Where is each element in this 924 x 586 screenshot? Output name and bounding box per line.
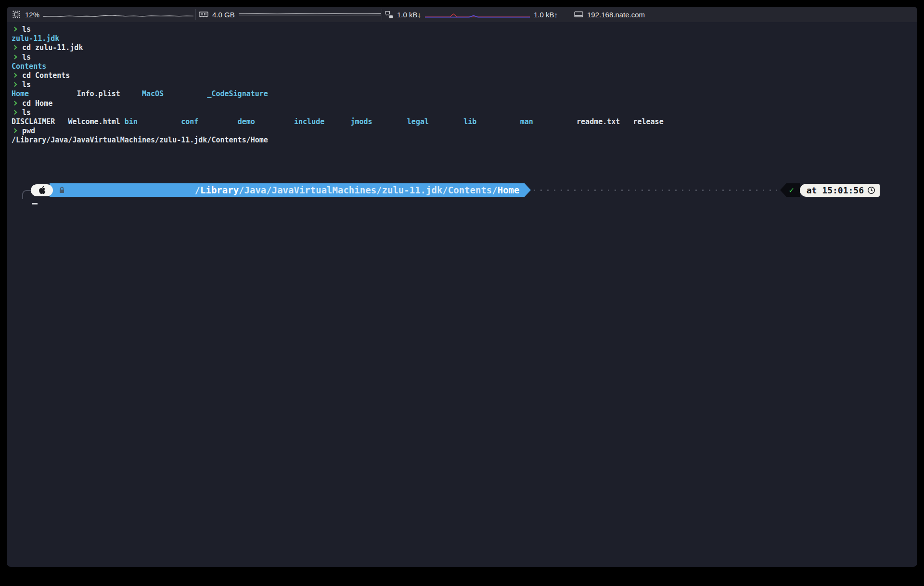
- cpu-value: 12%: [25, 11, 39, 19]
- terminal-line: pwd: [12, 127, 912, 136]
- terminal-text: man: [520, 117, 577, 126]
- terminal-line: cd Home: [12, 99, 912, 108]
- path-current-segment: Home: [498, 185, 520, 195]
- terminal-text: demo: [238, 117, 294, 126]
- memory-value: 4.0 GB: [212, 11, 235, 19]
- prompt-area: /Library/Java/JavaVirtualMachines/zulu-1…: [12, 183, 912, 209]
- terminal-line: /Library/Java/JavaVirtualMachines/zulu-1…: [12, 136, 912, 145]
- exit-status-segment: ✓: [786, 183, 800, 197]
- terminal-line: zulu-11.jdk: [12, 34, 912, 43]
- network-icon: [385, 11, 393, 19]
- memory-status: 4.0 GB: [199, 7, 379, 22]
- terminal-text: cd Home: [22, 99, 52, 108]
- cpu-chip-icon: [12, 10, 21, 19]
- prompt-chevron-icon: [13, 27, 17, 32]
- terminal-text: ls: [22, 53, 31, 62]
- memory-icon: [199, 11, 208, 18]
- terminal-text: /Library/Java/JavaVirtualMachines/zulu-1…: [12, 136, 268, 144]
- terminal-text: ls: [22, 25, 31, 34]
- terminal-line: Contents: [12, 62, 912, 71]
- terminal-line: DISCLAIMER Welcome.html bin conf demo in…: [12, 117, 912, 127]
- check-icon: ✓: [789, 186, 794, 195]
- terminal-text: bin: [125, 117, 181, 126]
- terminal-text: Contents: [12, 62, 46, 71]
- time-label: at 15:01:56: [807, 186, 864, 195]
- prompt-input-line[interactable]: [12, 197, 912, 209]
- path-root-segment: Library: [200, 185, 239, 195]
- terminal-text: cd zulu-11.jdk: [22, 43, 83, 52]
- current-path-segment: /Library/Java/JavaVirtualMachines/zulu-1…: [50, 183, 525, 197]
- terminal-screen[interactable]: lszulu-11.jdkcd zulu-11.jdklsContentscd …: [7, 22, 917, 209]
- terminal-text: DISCLAIMER: [12, 117, 68, 126]
- terminal-text: release: [633, 117, 663, 126]
- path-middle-segments: /Java/JavaVirtualMachines/zulu-11.jdk/Co…: [239, 185, 498, 195]
- clock-icon: [867, 186, 875, 194]
- status-divider: [195, 9, 196, 20]
- powerline-arrow-right-icon: [525, 183, 531, 197]
- network-status: 1.0 kB↓ 1.0 kB↑: [385, 7, 568, 22]
- terminal-text: ls: [22, 80, 31, 89]
- terminal-text: _CodeSignature: [207, 89, 268, 98]
- cpu-status: 12%: [12, 7, 192, 22]
- network-sparkline: [425, 10, 530, 19]
- terminal-text: Info.plist: [77, 89, 141, 98]
- powerline-arrow-left-icon: [780, 183, 786, 197]
- terminal-text: zulu-11.jdk: [12, 34, 59, 43]
- prompt-chevron-icon: [13, 128, 17, 133]
- status-divider: [571, 9, 571, 20]
- terminal-lines: lszulu-11.jdkcd zulu-11.jdklsContentscd …: [12, 25, 912, 145]
- terminal-window[interactable]: 12% 4.0 GB: [7, 7, 917, 567]
- host-status: 192.168.nate.com: [574, 7, 912, 22]
- prompt-chevron-icon: [13, 45, 17, 50]
- terminal-text: cd Contents: [22, 71, 70, 80]
- display-icon: [574, 11, 583, 19]
- terminal-cursor: [32, 203, 38, 204]
- network-up-value: 1.0 kB↑: [534, 11, 558, 19]
- prompt-bar: /Library/Java/JavaVirtualMachines/zulu-1…: [31, 183, 880, 197]
- terminal-text: include: [294, 117, 350, 126]
- terminal-text: ls: [22, 108, 31, 117]
- apple-icon: [38, 186, 46, 194]
- terminal-line: ls: [12, 108, 912, 117]
- status-bar: 12% 4.0 GB: [7, 7, 917, 22]
- terminal-text: Welcome.html: [68, 117, 124, 126]
- terminal-line: Home Info.plist MacOS _CodeSignature: [12, 89, 912, 99]
- prompt-chevron-icon: [13, 101, 17, 105]
- network-down-value: 1.0 kB↓: [397, 11, 421, 19]
- terminal-line: cd zulu-11.jdk: [12, 43, 912, 52]
- terminal-line: ls: [12, 80, 912, 89]
- status-divider: [382, 9, 382, 20]
- terminal-text: readme.txt: [577, 117, 633, 126]
- time-pill: at 15:01:56: [800, 184, 880, 197]
- prompt-chevron-icon: [13, 82, 17, 87]
- terminal-text: legal: [407, 117, 463, 126]
- host-value: 192.168.nate.com: [587, 11, 645, 19]
- prompt-chevron-icon: [13, 110, 17, 115]
- terminal-text: MacOS: [142, 89, 207, 98]
- prompt-chevron-icon: [13, 54, 17, 59]
- terminal-line: ls: [12, 53, 912, 62]
- cpu-sparkline: [43, 10, 193, 19]
- terminal-line: ls: [12, 25, 912, 34]
- terminal-text: Home: [12, 89, 77, 98]
- terminal-text: pwd: [22, 127, 35, 135]
- path-prefix: /: [195, 185, 200, 195]
- terminal-text: lib: [463, 117, 520, 126]
- memory-sparkline: [239, 10, 381, 19]
- terminal-text: conf: [181, 117, 237, 126]
- terminal-text: jmods: [350, 117, 407, 126]
- terminal-line: cd Contents: [12, 71, 912, 80]
- prompt-chevron-icon: [13, 73, 17, 77]
- os-pill: [31, 184, 53, 196]
- dotted-leader: [534, 190, 777, 191]
